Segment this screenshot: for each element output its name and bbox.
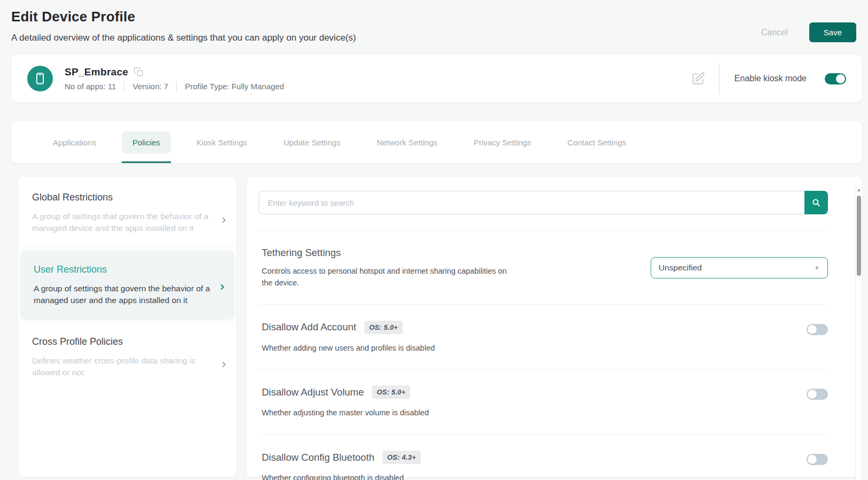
policies-content: Global Restrictions A group of settings … [18,177,862,477]
meta-divider [176,82,177,91]
setting-description: Whether adding new users and profiles is… [262,343,435,354]
search-input[interactable] [259,191,804,214]
vertical-scrollbar[interactable]: ▲ [855,185,862,480]
disallow-add-account-toggle[interactable] [807,324,828,335]
os-version-badge: OS: 4.3+ [382,451,421,464]
sidebar-item-description: A group of settings that govern the beha… [34,283,220,307]
os-version-badge: OS: 5.0+ [364,321,403,334]
search-button[interactable] [804,191,828,214]
sidebar-item-global-restrictions[interactable]: Global Restrictions A group of settings … [18,178,236,247]
kiosk-mode-toggle[interactable] [825,73,846,84]
copy-icon[interactable] [134,67,144,77]
vertical-divider [719,63,720,94]
device-meta: No of apps: 11 Version: 7 Profile Type: … [65,82,284,91]
setting-row-disallow-config-bluetooth: Disallow Config Bluetooth OS: 4.3+ Wheth… [259,435,828,480]
setting-title: Disallow Add Account [262,321,356,333]
page-header: Edit Device Profile A detailed overview … [0,0,868,43]
device-version: Version: 7 [132,82,168,91]
device-avatar [27,66,53,91]
tab-kiosk-settings[interactable]: Kiosk Settings [186,131,258,153]
sidebar-item-title: Global Restrictions [32,192,222,203]
tab-update-settings[interactable]: Update Settings [273,131,351,153]
tethering-settings-dropdown[interactable]: Unspecified ▼ [651,257,828,278]
meta-divider [124,82,124,91]
header-actions: Cancel Save [761,22,856,43]
policy-settings-panel: Tethering Settings Controls access to pe… [247,177,862,477]
edit-pencil-icon[interactable] [691,72,705,86]
tab-network-settings[interactable]: Network Settings [366,131,448,153]
sidebar-item-title: User Restrictions [34,264,221,275]
search-icon [811,198,821,207]
tab-applications[interactable]: Applications [42,131,107,153]
setting-title: Disallow Config Bluetooth [262,452,374,463]
sidebar-item-title: Cross Profile Policies [32,336,222,347]
setting-row-disallow-add-account: Disallow Add Account OS: 5.0+ Whether ad… [259,305,828,370]
setting-text: Tethering Settings Controls access to pe… [262,247,515,289]
caret-down-icon: ▼ [814,265,820,271]
save-button[interactable]: Save [809,22,856,42]
device-card-actions: Enable kiosk mode [691,63,846,94]
setting-row-tethering-settings: Tethering Settings Controls access to pe… [259,231,828,305]
setting-text: Disallow Adjust Volume OS: 5.0+ Whether … [262,385,429,419]
sidebar-item-cross-profile-policies[interactable]: Cross Profile Policies Defines weather c… [18,322,236,392]
device-profile-card: SP_Embrace No of apps: 11 Version: 7 Pro… [11,55,862,102]
arrow-up-icon[interactable]: ▲ [857,188,862,192]
chevron-right-icon [218,283,226,291]
page-title: Edit Device Profile [11,9,356,25]
chevron-right-icon [220,361,228,368]
device-info: SP_Embrace No of apps: 11 Version: 7 Pro… [65,66,284,91]
setting-text: Disallow Config Bluetooth OS: 4.3+ Wheth… [262,451,421,480]
page-subtitle: A detailed overview of the applications … [11,33,356,43]
policy-search [259,191,828,214]
smartphone-icon [33,72,47,86]
device-name: SP_Embrace [65,66,128,78]
device-profile-type: Profile Type: Fully Managed [185,82,284,91]
dropdown-selected-value: Unspecified [659,263,702,273]
tab-contact-settings[interactable]: Contact Settings [557,131,637,153]
sidebar-divider [18,247,236,248]
sidebar-item-description: Defines weather cross-profile data shari… [32,355,218,379]
cancel-button[interactable]: Cancel [761,28,788,37]
setting-description: Whether configuring bluetooth is disable… [262,473,421,480]
setting-text: Disallow Add Account OS: 5.0+ Whether ad… [262,321,435,354]
tab-policies[interactable]: Policies [122,131,171,153]
setting-title: Disallow Adjust Volume [262,386,364,398]
sidebar-item-user-restrictions[interactable]: User Restrictions A group of settings th… [20,250,234,320]
setting-description: Controls access to personal hotspot and … [262,266,515,289]
page-header-text: Edit Device Profile A detailed overview … [11,9,356,43]
setting-description: Whether adjusting the master volume is d… [262,407,429,419]
sidebar-item-description: A group of settings that govern the beha… [32,211,218,235]
scrollbar-thumb[interactable] [857,196,861,276]
chevron-right-icon [220,216,228,224]
setting-title: Tethering Settings [262,247,341,259]
policy-category-sidebar: Global Restrictions A group of settings … [18,177,236,477]
kiosk-mode-label: Enable kiosk mode [734,74,807,83]
profile-tab-bar: Applications Policies Kiosk Settings Upd… [11,121,862,163]
device-apps-count: No of apps: 11 [65,82,116,91]
disallow-adjust-volume-toggle[interactable] [807,389,828,400]
os-version-badge: OS: 5.0+ [372,385,410,399]
tab-privacy-settings[interactable]: Privacy Settings [463,131,542,153]
disallow-config-bluetooth-toggle[interactable] [807,454,828,465]
setting-row-disallow-adjust-volume: Disallow Adjust Volume OS: 5.0+ Whether … [259,369,828,435]
